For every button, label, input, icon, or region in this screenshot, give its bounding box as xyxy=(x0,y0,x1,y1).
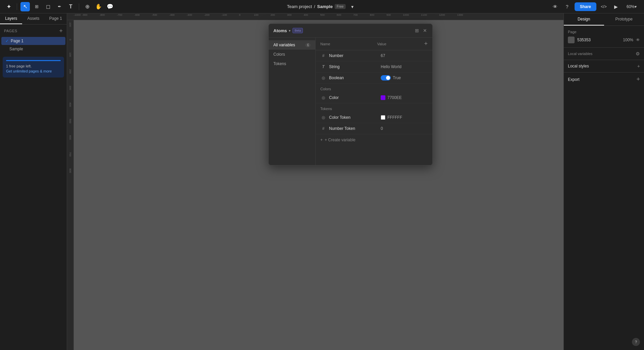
all-variables-badge: 6 xyxy=(305,43,311,47)
zoom-dropdown[interactable]: 60% ▾ xyxy=(623,2,640,11)
colors-section-label: Colors xyxy=(316,84,432,92)
page-selector-tab[interactable]: Page 1 xyxy=(45,13,67,24)
color-swatch-7700ee xyxy=(381,95,385,100)
color-token-row[interactable]: ◎ Color Token FFFFFF xyxy=(316,112,432,123)
boolean-toggle[interactable] xyxy=(381,75,391,81)
colors-sidebar-item[interactable]: Colors xyxy=(269,50,315,59)
local-styles-section: Local styles + xyxy=(564,60,644,72)
page-list: ✓ Page 1 Sample xyxy=(0,36,67,53)
toolbar-center: Team project / Sample Free ▾ xyxy=(287,2,357,11)
design-tab[interactable]: Design xyxy=(564,13,604,26)
color-swatch-ffffff xyxy=(381,115,385,120)
file-name[interactable]: Sample xyxy=(317,4,333,9)
modal-content-area: Name Value + # Number 67 T String He xyxy=(316,38,432,165)
close-icon[interactable]: ✕ xyxy=(422,27,428,34)
left-panel-tabs: Layers Assets Page 1 xyxy=(0,13,67,24)
move-tool-button[interactable]: ↖ xyxy=(20,2,30,11)
number-variable-row[interactable]: # Number 67 xyxy=(316,50,432,61)
frame-tool-button[interactable]: ⊞ xyxy=(32,2,41,11)
modal-title: Atoms xyxy=(273,28,287,33)
modal-content-header: Name Value + xyxy=(316,38,432,50)
vertical-ruler: -100 0 100 200 300 400 500 600 700 800 xyxy=(67,20,74,350)
boolean-variable-row[interactable]: ◎ Boolean True xyxy=(316,72,432,84)
free-badge: Free xyxy=(335,4,346,9)
export-section: Export + xyxy=(564,72,644,86)
create-variable-row[interactable]: + + Create variable xyxy=(316,134,432,146)
figma-logo-button[interactable]: ✦ xyxy=(4,2,13,11)
all-variables-item[interactable]: All variables 6 xyxy=(269,40,315,50)
prototype-tab[interactable]: Prototype xyxy=(604,13,644,26)
page-color-swatch[interactable] xyxy=(568,37,575,43)
dropdown-arrow[interactable]: ▾ xyxy=(347,2,357,11)
add-group-button[interactable]: + xyxy=(424,40,428,47)
tokens-section-label: Tokens xyxy=(316,103,432,112)
pen-tool-button[interactable]: ✒ xyxy=(55,2,64,11)
promo-bar xyxy=(6,60,61,61)
project-info: Team project / Sample Free ▾ xyxy=(287,2,357,11)
page-section-header: Page xyxy=(568,30,640,34)
add-page-button[interactable]: + xyxy=(59,28,63,34)
promo-box: 1 free page left. Get unlimited pages & … xyxy=(3,57,64,78)
grid-view-icon[interactable]: ⊞ xyxy=(414,27,420,34)
string-var-name: String xyxy=(329,64,381,69)
number-token-row[interactable]: # Number Token 0 xyxy=(316,123,432,134)
color-var-name: Color xyxy=(329,95,381,100)
sample-page-item[interactable]: Sample xyxy=(0,45,67,53)
page-color-value: 535353 xyxy=(577,38,620,42)
local-variables-icon[interactable]: ⚙ xyxy=(636,51,640,56)
boolean-var-name: Boolean xyxy=(329,76,381,80)
right-panel: Design Prototype Page 535353 100% 👁 Loca… xyxy=(564,13,644,350)
number-var-value: 67 xyxy=(381,53,428,58)
divider-1 xyxy=(17,3,17,10)
string-variable-row[interactable]: T String Hello World xyxy=(316,61,432,72)
pages-label: Pages xyxy=(4,29,17,33)
modal-sidebar: All variables 6 Colors Tokens xyxy=(269,38,316,165)
modal-title-area: Atoms ▾ Beta xyxy=(273,28,303,33)
play-button[interactable]: ▶ xyxy=(611,2,621,11)
canvas-area[interactable]: -1000 -900 -800 -700 -600 -500 -400 -300… xyxy=(67,13,564,350)
shape-tool-button[interactable]: ◻ xyxy=(43,2,53,11)
number-type-icon: # xyxy=(320,53,326,59)
add-local-style-button[interactable]: + xyxy=(637,63,640,69)
toolbar-right: 👁 ? Share </> ▶ 60% ▾ xyxy=(550,2,640,11)
page-item-1[interactable]: ✓ Page 1 xyxy=(1,37,65,45)
create-variable-icon: + xyxy=(320,138,323,142)
present-icon[interactable]: 👁 xyxy=(550,2,560,11)
layers-tab[interactable]: Layers xyxy=(0,13,22,24)
tokens-sidebar-item[interactable]: Tokens xyxy=(269,59,315,68)
color-variable-row[interactable]: ◎ Color 7700EE xyxy=(316,92,432,103)
page-zoom-value: 100% xyxy=(623,38,633,42)
help-icon[interactable]: ? xyxy=(562,2,572,11)
text-tool-button[interactable]: T xyxy=(66,2,75,11)
color-token-value: FFFFFF xyxy=(381,115,428,120)
page-1-name: Page 1 xyxy=(11,39,23,43)
hand-tool-button[interactable]: ✋ xyxy=(94,2,103,11)
promo-link[interactable]: Get unlimited pages & more xyxy=(6,69,52,73)
visibility-icon[interactable]: 👁 xyxy=(636,38,640,42)
string-var-value: Hello World xyxy=(381,64,428,69)
boolean-var-value: True xyxy=(381,75,428,81)
sample-name: Sample xyxy=(9,47,23,51)
page-properties: 535353 100% 👁 xyxy=(568,37,640,43)
check-icon: ✓ xyxy=(5,39,9,43)
create-variable-label: + Create variable xyxy=(325,138,356,142)
modal-header-icons: ⊞ ✕ xyxy=(414,27,428,34)
component-tool-button[interactable]: ⊕ xyxy=(83,2,92,11)
number-var-name: Number xyxy=(329,53,381,58)
number-token-name: Number Token xyxy=(329,126,381,131)
share-button[interactable]: Share xyxy=(575,2,596,11)
color-var-value: 7700EE xyxy=(381,95,428,100)
assets-tab[interactable]: Assets xyxy=(22,13,44,24)
help-button[interactable]: ? xyxy=(632,338,640,346)
number-token-type-icon: # xyxy=(320,126,326,132)
modal-chevron-icon[interactable]: ▾ xyxy=(289,29,290,33)
page-section-label: Page xyxy=(568,30,577,34)
color-type-icon: ◎ xyxy=(320,95,326,101)
comment-tool-button[interactable]: 💬 xyxy=(105,2,115,11)
string-type-icon: T xyxy=(320,64,326,70)
code-view-icon[interactable]: </> xyxy=(599,2,608,11)
local-styles-header: Local styles + xyxy=(568,63,640,69)
add-export-button[interactable]: + xyxy=(636,76,640,83)
horizontal-ruler: -1000 -900 -800 -700 -600 -500 -400 -300… xyxy=(67,13,564,20)
pages-header: Pages + xyxy=(0,24,67,36)
